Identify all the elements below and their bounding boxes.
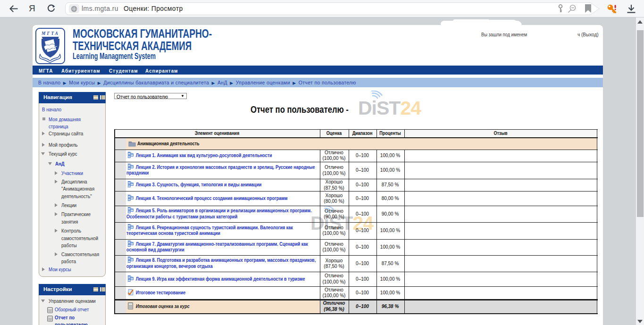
svg-text:DiST24: DiST24 (358, 97, 421, 119)
svg-text:МГТА: МГТА (41, 31, 59, 36)
